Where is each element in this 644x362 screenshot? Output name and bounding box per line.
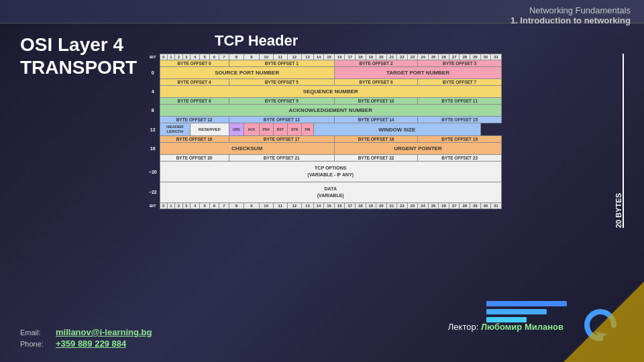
row-label-12: 12: [146, 123, 160, 136]
tcp-table: BIT 0123 4567 891011 12131415 16171819 2…: [146, 54, 502, 209]
byte-offset-22: BYTE OFFSET 22: [334, 155, 417, 162]
acknowledgement-number: ACKNOWLEDGEMENT NUMBER: [160, 105, 502, 117]
checksum: CHECKSUM: [160, 143, 334, 155]
osi-layer-title: OSI Layer 4: [20, 34, 137, 56]
transport-title: TRANSPORT: [20, 56, 137, 79]
byte-offset-14: BYTE OFFSET 14: [334, 117, 417, 123]
flag-fin: FIN: [302, 123, 314, 136]
byte-offset-17: BYTE OFFSET 17: [229, 136, 334, 143]
row-label-8: 8: [146, 105, 160, 117]
data-field: DATA(VARIABLE): [160, 182, 502, 202]
byte-offset-5: BYTE OFFSET 5: [229, 79, 334, 86]
bit-label: BIT: [146, 54, 160, 60]
row-label-0: 0: [146, 67, 160, 79]
row-label-16: 16: [146, 143, 160, 155]
email-label: Email:: [20, 328, 50, 337]
contact-section: Email: millanov@i-learning.bg Phone: +35…: [20, 326, 152, 349]
flag-ack: ACK: [244, 123, 259, 136]
tcp-header-title: TCP Header: [215, 32, 298, 50]
tcp-diagram: BIT 0123 4567 891011 12131415 16171819 2…: [146, 54, 502, 209]
byte-offset-3: BYTE OFFSET 3: [418, 60, 502, 67]
left-title: OSI Layer 4 TRANSPORT: [20, 34, 137, 78]
row-label-4: 4: [146, 86, 160, 98]
byte-offset-row-4: BYTE OFFSET 4 BYTE OFFSET 5 BYTE OFFSET …: [146, 79, 502, 86]
byte-offset-20: BYTE OFFSET 20: [160, 155, 229, 162]
byte-offset-9: BYTE OFFSET 9: [229, 98, 334, 105]
source-port-number: SOURCE PORT NUMBER: [160, 67, 334, 79]
byte-offset-0: BYTE OFFSET 0: [160, 60, 229, 67]
phone-value: +359 889 229 884: [56, 339, 126, 349]
byte-offset-row-20: BYTE OFFSET 20 BYTE OFFSET 21 BYTE OFFSE…: [146, 155, 502, 162]
byte-offset-row-16: BYTE OFFSET 16 BYTE OFFSET 17 BYTE OFFSE…: [146, 136, 502, 143]
byte-offset-18: BYTE OFFSET 18: [334, 136, 417, 143]
byte-offset-23: BYTE OFFSET 23: [418, 155, 502, 162]
byte-offset-10: BYTE OFFSET 10: [334, 98, 417, 105]
sequence-number: SEQUENCE NUMBER: [160, 86, 502, 98]
ack-number-row: 8 ACKNOWLEDGEMENT NUMBER: [146, 105, 502, 117]
progress-bar-2: [486, 309, 547, 314]
row-label: [146, 79, 160, 86]
flag-syn: SYN: [287, 123, 301, 136]
phone-row: Phone: +359 889 229 884: [20, 339, 152, 349]
sequence-number-row: 4 SEQUENCE NUMBER: [146, 86, 502, 98]
lecturer-prefix: Лектор:: [448, 322, 478, 332]
window-size: WINDOW SIZE: [313, 123, 480, 136]
flag-rst: RST: [273, 123, 287, 136]
byte-offset-1: BYTE OFFSET 1: [229, 60, 334, 67]
row-label: [146, 155, 160, 162]
data-row: ~22 DATA(VARIABLE): [146, 182, 502, 202]
email-row: Email: millanov@i-learning.bg: [20, 327, 152, 337]
tcp-options-row: ~20 TCP OPTIONS(VARIABLE - IF ANY): [146, 162, 502, 182]
phone-label: Phone:: [20, 340, 50, 348]
header-flags-row: 12 HEADERLENGTH RESERVED URG ACK PSH RST…: [146, 123, 502, 136]
bit-label-bottom: BIT: [146, 202, 160, 208]
email-value[interactable]: millanov@i-learning.bg: [56, 327, 152, 337]
bytes-label: 20 BYTES: [614, 54, 624, 228]
byte-offset-2: BYTE OFFSET 2: [334, 60, 417, 67]
reserved: RESERVED: [190, 123, 229, 136]
header-line1: Networking Fundamentals: [511, 5, 631, 15]
row-label: [146, 60, 160, 67]
byte-offset-12: BYTE OFFSET 12: [160, 117, 229, 123]
byte-offset-4: BYTE OFFSET 4: [160, 79, 229, 86]
row-label-22: ~22: [146, 182, 160, 202]
byte-offset-16: BYTE OFFSET 16: [160, 136, 229, 143]
byte-offset-11: BYTE OFFSET 11: [418, 98, 502, 105]
byte-offset-19: BYTE OFFSET 19: [418, 136, 502, 143]
byte-offset-row-12: BYTE OFFSET 12 BYTE OFFSET 13 BYTE OFFSE…: [146, 117, 502, 123]
flag-urg: URG: [229, 123, 244, 136]
page-header: Networking Fundamentals 1. Introduction …: [511, 5, 631, 25]
triangle-decoration: [564, 282, 644, 362]
byte-offset-8: BYTE OFFSET 8: [160, 98, 229, 105]
progress-bar-1: [486, 301, 567, 306]
byte-offset-15: BYTE OFFSET 15: [418, 117, 502, 123]
tcp-options: TCP OPTIONS(VARIABLE - IF ANY): [160, 162, 502, 182]
bit-numbers-row: BIT 0123 4567 891011 12131415 16171819 2…: [146, 54, 502, 60]
byte-offset-13: BYTE OFFSET 13: [229, 117, 334, 123]
row-label: [146, 136, 160, 143]
source-target-port-row: 0 SOURCE PORT NUMBER TARGET PORT NUMBER: [146, 67, 502, 79]
row-label-20: ~20: [146, 162, 160, 182]
bit-numbers-bottom-row: BIT 0123 4567 891011 12131415 16171819 2…: [146, 202, 502, 208]
byte-offset-6: BYTE OFFSET 6: [334, 79, 417, 86]
urgent-pointer: URGENT POINTER: [334, 143, 501, 155]
progress-bar-3: [486, 317, 527, 322]
byte-offset-21: BYTE OFFSET 21: [229, 155, 334, 162]
byte-offset-row-8: BYTE OFFSET 8 BYTE OFFSET 9 BYTE OFFSET …: [146, 98, 502, 105]
checksum-row: 16 CHECKSUM URGENT POINTER: [146, 143, 502, 155]
header-length: HEADERLENGTH: [160, 123, 190, 136]
row-label: [146, 98, 160, 105]
byte-offset-row-0: BYTE OFFSET 0 BYTE OFFSET 1 BYTE OFFSET …: [146, 60, 502, 67]
byte-offset-7: BYTE OFFSET 7: [418, 79, 502, 86]
progress-bars: [486, 301, 567, 325]
flag-psh: PSH: [259, 123, 273, 136]
row-label: [146, 117, 160, 123]
target-port-number: TARGET PORT NUMBER: [334, 67, 501, 79]
header-line2: 1. Introduction to networking: [511, 15, 631, 25]
